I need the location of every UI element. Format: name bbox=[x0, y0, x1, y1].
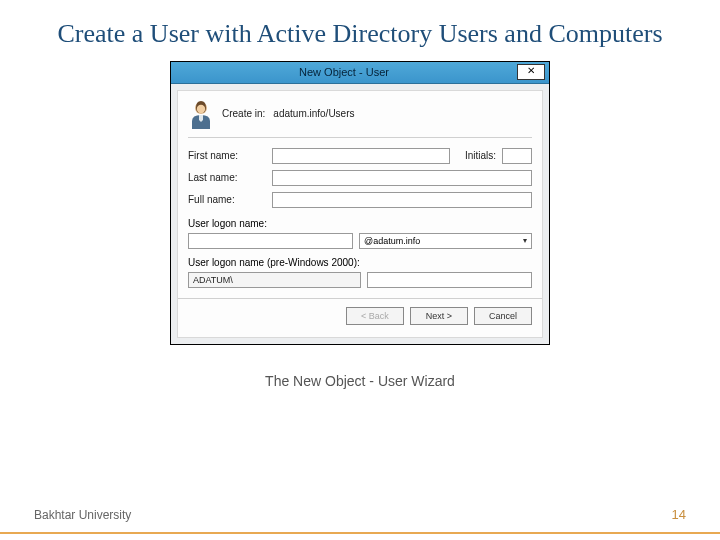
wizard-button-row: < Back Next > Cancel bbox=[188, 307, 532, 325]
logon-name-input[interactable] bbox=[188, 233, 353, 249]
close-button[interactable]: ✕ bbox=[517, 64, 545, 80]
full-name-label: Full name: bbox=[188, 194, 266, 205]
titlebar: New Object - User ✕ bbox=[171, 62, 549, 84]
cancel-button[interactable]: Cancel bbox=[474, 307, 532, 325]
last-name-input[interactable] bbox=[272, 170, 532, 186]
domain-suffix-select[interactable]: @adatum.info ▾ bbox=[359, 233, 532, 249]
logon-pre2000-label: User logon name (pre-Windows 2000): bbox=[188, 257, 360, 268]
dialog-panel: Create in: adatum.info/Users First name:… bbox=[177, 90, 543, 338]
page-number: 14 bbox=[672, 507, 686, 522]
footer-left: Bakhtar University bbox=[34, 508, 131, 522]
first-name-row: First name: Initials: bbox=[188, 148, 532, 164]
first-name-input[interactable] bbox=[272, 148, 450, 164]
full-name-input[interactable] bbox=[272, 192, 532, 208]
full-name-row: Full name: bbox=[188, 192, 532, 208]
domain-suffix-value: @adatum.info bbox=[364, 236, 420, 246]
slide-caption: The New Object - User Wizard bbox=[0, 373, 720, 389]
create-in-label: Create in: bbox=[222, 108, 265, 119]
slide-title: Create a User with Active Directory User… bbox=[0, 18, 720, 51]
logon-pre2000-row: ADATUM\ bbox=[188, 272, 532, 288]
user-icon bbox=[188, 99, 214, 129]
pre2000-prefix: ADATUM\ bbox=[188, 272, 361, 288]
back-button[interactable]: < Back bbox=[346, 307, 404, 325]
svg-point-1 bbox=[197, 104, 205, 112]
divider bbox=[178, 298, 542, 299]
new-object-user-dialog: New Object - User ✕ Create in: adatum.in… bbox=[170, 61, 550, 345]
create-in-row: Create in: adatum.info/Users bbox=[188, 99, 532, 138]
next-button[interactable]: Next > bbox=[410, 307, 468, 325]
last-name-row: Last name: bbox=[188, 170, 532, 186]
first-name-label: First name: bbox=[188, 150, 266, 161]
logon-name-label: User logon name: bbox=[188, 218, 267, 229]
create-in-path: adatum.info/Users bbox=[273, 108, 354, 119]
chevron-down-icon: ▾ bbox=[523, 236, 527, 245]
pre2000-name-input[interactable] bbox=[367, 272, 532, 288]
initials-label: Initials: bbox=[456, 150, 496, 161]
logon-name-row: @adatum.info ▾ bbox=[188, 233, 532, 249]
dialog-title: New Object - User bbox=[171, 66, 517, 78]
last-name-label: Last name: bbox=[188, 172, 266, 183]
initials-input[interactable] bbox=[502, 148, 532, 164]
accent-bar bbox=[0, 532, 720, 534]
